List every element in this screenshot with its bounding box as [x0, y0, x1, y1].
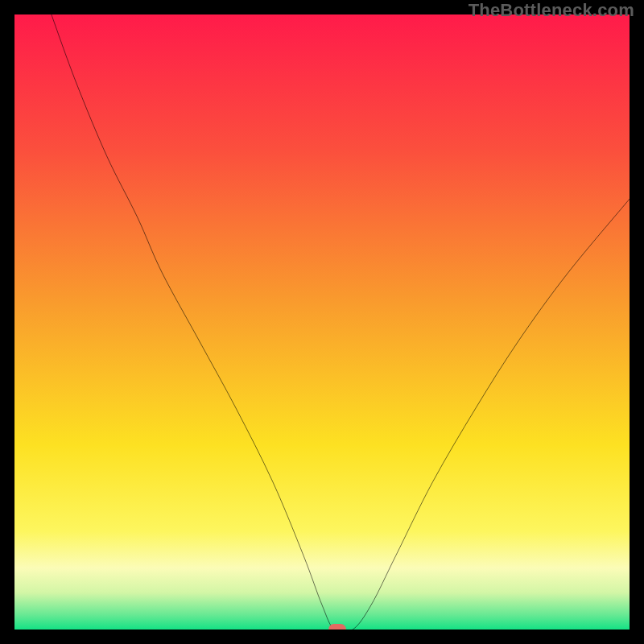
chart-frame: TheBottleneck.com — [0, 0, 644, 644]
watermark-text: TheBottleneck.com — [469, 0, 634, 21]
plot-area — [14, 14, 630, 630]
optimal-marker — [328, 624, 346, 630]
bottleneck-curve — [14, 14, 630, 630]
